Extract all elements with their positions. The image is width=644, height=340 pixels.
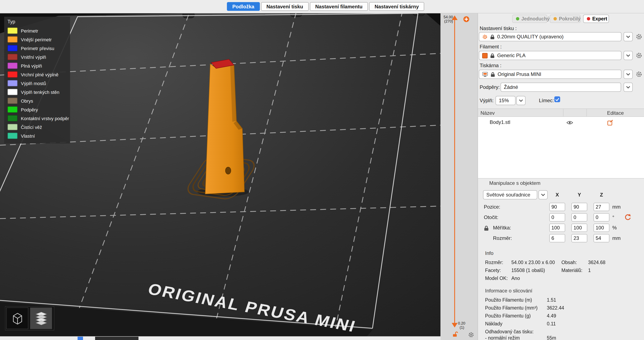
position-x-input[interactable] — [549, 203, 565, 211]
slicing-label: Použito Filamentu (m) — [485, 298, 547, 302]
legend-swatch — [8, 115, 18, 122]
view-3d-button[interactable] — [6, 308, 28, 329]
position-z-input[interactable] — [594, 203, 610, 211]
bottom-toolbar-blue-control[interactable] — [78, 337, 83, 340]
print-preset-combo[interactable]: 0.20mm QUALITY (upraveno) — [479, 32, 622, 41]
size-x-input[interactable] — [549, 234, 565, 242]
object-list-name-header: Název — [480, 110, 495, 116]
printer-preset-dropdown-button[interactable] — [624, 70, 633, 79]
slider-bottom-layer: (1) — [460, 326, 464, 330]
rotate-y-input[interactable] — [572, 213, 587, 222]
slider-settings-gear-icon[interactable] — [468, 332, 474, 338]
slicing-value: 0.11 — [547, 321, 556, 326]
axis-z-header: Z — [594, 192, 610, 198]
mode-simple-button[interactable]: Jednoduchý — [512, 14, 547, 23]
legend-label: Vrchní plné výplně — [21, 72, 58, 77]
brim-checkbox[interactable] — [554, 96, 560, 102]
legend-label: Kontaktní vrstvy podpěr — [21, 116, 69, 121]
filament-preset-dropdown-button[interactable] — [624, 51, 633, 60]
add-layer-range-icon[interactable] — [463, 16, 470, 22]
rotate-x-input[interactable] — [549, 213, 565, 222]
print-preset-value: 0.20mm QUALITY (upraveno) — [497, 34, 564, 40]
scale-x-input[interactable] — [549, 224, 565, 232]
infill-combo[interactable]: 15% — [496, 96, 516, 105]
slicing-value: 4.49 — [547, 313, 556, 318]
slicing-value: 1.51 — [547, 298, 556, 302]
tab-plater[interactable]: Podložka — [227, 2, 260, 11]
info-model-ok-value: Ano — [511, 276, 520, 281]
tab-print-settings[interactable]: Nastavení tisku — [261, 2, 308, 11]
legend-label: Výplň mostů — [21, 81, 46, 86]
scale-unit: % — [612, 225, 617, 231]
slider-top-layer: (270) — [441, 19, 453, 23]
print-preset-dropdown-button[interactable] — [624, 32, 633, 41]
slicing-row: - normální režim 55m — [485, 336, 641, 340]
rotate-z-input[interactable] — [594, 213, 610, 222]
legend-label: Perimetr — [21, 28, 38, 33]
supports-dropdown-button[interactable] — [624, 82, 633, 92]
supports-label: Podpěry: — [480, 84, 500, 90]
coordinate-system-combo[interactable]: Světové souřadnice — [483, 190, 537, 200]
size-unit: mm — [612, 235, 621, 241]
simple-mode-dot — [516, 17, 519, 20]
position-y-input[interactable] — [572, 203, 587, 211]
legend-swatch — [8, 36, 18, 42]
object-list-header: Název Editace — [478, 108, 644, 117]
eye-icon[interactable] — [566, 120, 573, 125]
bottom-toolbar-dark-control[interactable] — [95, 337, 138, 340]
infill-value: 15% — [499, 98, 509, 104]
supports-combo[interactable]: Žádné — [500, 82, 621, 92]
infill-dropdown-button[interactable] — [516, 96, 526, 105]
slider-bottom-thumb[interactable] — [452, 323, 458, 328]
3d-viewport[interactable]: ORIGINAL PRUSA MINI Typ Perimetr — [0, 13, 440, 336]
mode-advanced-button[interactable]: Pokročilý — [550, 14, 580, 23]
legend-item: Vnitřní výplň — [8, 52, 67, 61]
slicing-row: Použito Filamentu (mm³) 3622.44 — [485, 305, 641, 310]
scale-z-input[interactable] — [594, 224, 610, 232]
info-size-label: Rozměr: — [485, 260, 511, 265]
legend-item: Výplň mostů — [8, 79, 67, 88]
legend-item: Obrys — [8, 96, 67, 105]
coordinate-system-dropdown-button[interactable] — [538, 190, 548, 200]
printer-icon — [482, 72, 488, 77]
edit-object-icon[interactable] — [607, 120, 613, 126]
tab-printer-settings[interactable]: Nastavení tiskárny — [369, 2, 424, 11]
legend-label: Plná výplň — [21, 63, 42, 68]
slicing-row: Náklady 0.11 — [485, 321, 641, 326]
slicing-label: Odhadovaný čas tisku: — [485, 329, 547, 334]
unlock-icon[interactable] — [452, 331, 458, 338]
size-z-input[interactable] — [594, 234, 610, 242]
reset-rotation-icon[interactable] — [624, 214, 631, 221]
filament-preset-value: Generic PLA — [497, 52, 526, 58]
legend-label: Vlastní — [21, 133, 35, 138]
size-y-input[interactable] — [572, 234, 587, 242]
position-unit: mm — [612, 204, 621, 210]
filament-preset-combo[interactable]: Generic PLA — [479, 51, 622, 60]
object-list-edit-header: Editace — [586, 110, 644, 116]
printer-preset-combo[interactable]: Original Prusa MINI — [479, 70, 622, 79]
slicing-row: Odhadovaný čas tisku: — [485, 329, 641, 334]
legend-item: Vnější perimetr — [8, 35, 67, 44]
slider-top-height: 54.00 — [441, 15, 453, 19]
printer-settings-gear-icon[interactable] — [636, 71, 642, 78]
mode-expert-button[interactable]: Expert — [583, 14, 609, 23]
layers-icon — [34, 310, 48, 327]
legend-title: Typ — [8, 19, 67, 24]
mode-simple-label: Jednoduchý — [521, 16, 550, 21]
check-icon — [555, 97, 560, 102]
slicing-label: Použito Filamentu (mm³) — [485, 305, 547, 310]
manipulation-title: Manipulace s objektem — [489, 180, 540, 186]
layer-slider[interactable] — [440, 13, 478, 340]
print-settings-gear-icon[interactable] — [636, 33, 642, 40]
legend-item: Čistící věž — [8, 123, 67, 132]
legend-item: Perimetr převisu — [8, 44, 67, 52]
scale-y-input[interactable] — [572, 224, 587, 232]
lock-icon — [490, 34, 495, 40]
view-layers-button[interactable] — [30, 308, 52, 329]
uniform-scale-lock-icon[interactable] — [484, 225, 489, 231]
tab-filament-settings[interactable]: Nastavení filamentu — [310, 2, 368, 11]
filament-label: Filament : — [480, 44, 502, 50]
object-list-row[interactable]: Body1.stl — [478, 118, 644, 127]
filament-settings-gear-icon[interactable] — [636, 52, 642, 59]
info-volume-value: 3624.68 — [588, 260, 606, 265]
